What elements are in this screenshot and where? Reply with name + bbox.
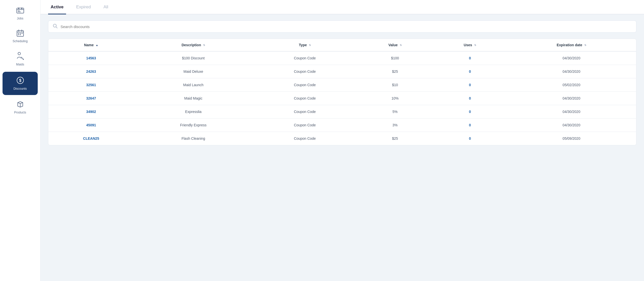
sort-icon-description — [203, 44, 205, 46]
cell-expiration: 05/02/2020 — [507, 78, 636, 92]
svg-rect-2 — [18, 8, 19, 9]
sidebar-item-label-products: Products — [14, 111, 26, 114]
cell-type: Coupon Code — [253, 78, 357, 92]
jobs-icon — [16, 7, 24, 15]
table-row: CLEAN25Flash CleaningCoupon Code$25005/0… — [48, 132, 636, 145]
svg-rect-13 — [20, 34, 21, 35]
table-row: 34902ExpressliaCoupon Code5%004/30/2020 — [48, 105, 636, 119]
col-header-value[interactable]: Value — [357, 39, 433, 51]
svg-rect-10 — [18, 33, 19, 34]
sidebar-item-label-scheduling: Scheduling — [13, 39, 28, 43]
cell-type: Coupon Code — [253, 51, 357, 65]
svg-point-15 — [18, 52, 21, 55]
table-row: 32647Maid MagicCoupon Code10%004/30/2020 — [48, 92, 636, 105]
sidebar-item-maids[interactable]: Maids — [0, 48, 40, 71]
table-row: 14563$100 DiscountCoupon Code$100004/30/… — [48, 51, 636, 65]
cell-name[interactable]: 32647 — [48, 92, 134, 105]
cell-name[interactable]: 32561 — [48, 78, 134, 92]
discounts-icon: $ — [16, 76, 24, 85]
svg-rect-12 — [18, 34, 19, 35]
cell-uses[interactable]: 0 — [433, 132, 507, 145]
products-icon — [17, 101, 24, 109]
cell-name[interactable]: 45091 — [48, 119, 134, 132]
cell-description: Maid Magic — [134, 92, 253, 105]
cell-expiration: 05/09/2020 — [507, 132, 636, 145]
col-header-expiration[interactable]: Expiration date — [507, 39, 636, 51]
cell-description: Maid Deluxe — [134, 65, 253, 78]
svg-line-22 — [56, 27, 57, 28]
cell-value: $10 — [357, 78, 433, 92]
tab-active[interactable]: Active — [48, 0, 66, 14]
cell-uses[interactable]: 0 — [433, 105, 507, 119]
cell-type: Coupon Code — [253, 65, 357, 78]
col-header-description[interactable]: Description — [134, 39, 253, 51]
cell-expiration: 04/30/2020 — [507, 119, 636, 132]
sidebar-item-label-jobs: Jobs — [17, 17, 23, 20]
cell-value: $25 — [357, 65, 433, 78]
svg-rect-5 — [18, 12, 21, 12]
svg-point-17 — [23, 59, 24, 60]
cell-uses[interactable]: 0 — [433, 92, 507, 105]
cell-name[interactable]: 24263 — [48, 65, 134, 78]
tab-all[interactable]: All — [101, 0, 111, 14]
cell-type: Coupon Code — [253, 132, 357, 145]
sidebar-item-discounts[interactable]: $ Discounts — [3, 72, 38, 95]
sidebar: Jobs Scheduling — [0, 0, 41, 281]
table-row: 32561Maid LaunchCoupon Code$10005/02/202… — [48, 78, 636, 92]
sidebar-item-scheduling[interactable]: Scheduling — [0, 25, 40, 48]
table-row: 24263Maid DeluxeCoupon Code$25004/30/202… — [48, 65, 636, 78]
search-bar — [48, 20, 636, 33]
svg-rect-11 — [20, 33, 21, 34]
cell-expiration: 04/30/2020 — [507, 65, 636, 78]
col-header-uses[interactable]: Uses — [433, 39, 507, 51]
cell-description: Friendly Express — [134, 119, 253, 132]
cell-uses[interactable]: 0 — [433, 51, 507, 65]
sort-icon-expiration — [584, 44, 586, 46]
cell-value: 5% — [357, 105, 433, 119]
cell-value: $25 — [357, 132, 433, 145]
svg-rect-3 — [21, 8, 22, 9]
sort-icon-uses — [474, 44, 476, 46]
cell-uses[interactable]: 0 — [433, 119, 507, 132]
cell-description: Expresslia — [134, 105, 253, 119]
cell-expiration: 04/30/2020 — [507, 105, 636, 119]
cell-description: Flash Cleaning — [134, 132, 253, 145]
svg-text:$: $ — [19, 78, 21, 83]
table-header-row: Name Description Type Value — [48, 39, 636, 51]
cell-value: $100 — [357, 51, 433, 65]
svg-rect-0 — [17, 8, 24, 13]
col-header-name[interactable]: Name — [48, 39, 134, 51]
cell-uses[interactable]: 0 — [433, 65, 507, 78]
tab-bar: Active Expired All — [41, 0, 644, 14]
cell-value: 3% — [357, 119, 433, 132]
col-header-type[interactable]: Type — [253, 39, 357, 51]
discounts-table: Name Description Type Value — [48, 39, 636, 145]
scheduling-icon — [17, 29, 24, 38]
cell-description: $100 Discount — [134, 51, 253, 65]
cell-name[interactable]: 14563 — [48, 51, 134, 65]
maids-icon — [17, 52, 24, 61]
cell-description: Maid Launch — [134, 78, 253, 92]
cell-name[interactable]: CLEAN25 — [48, 132, 134, 145]
sidebar-item-products[interactable]: Products — [0, 96, 40, 119]
cell-uses[interactable]: 0 — [433, 78, 507, 92]
main-content: Active Expired All Name — [41, 0, 644, 281]
sort-icon-type — [309, 44, 311, 46]
sort-icon-value — [400, 44, 402, 46]
svg-rect-14 — [22, 33, 23, 34]
cell-type: Coupon Code — [253, 105, 357, 119]
sidebar-item-jobs[interactable]: Jobs — [0, 3, 40, 25]
svg-line-16 — [21, 57, 23, 59]
search-input[interactable] — [61, 25, 632, 29]
cell-value: 10% — [357, 92, 433, 105]
sidebar-item-label-discounts: Discounts — [13, 87, 27, 90]
tab-expired[interactable]: Expired — [74, 0, 93, 14]
cell-name[interactable]: 34902 — [48, 105, 134, 119]
sidebar-item-label-maids: Maids — [16, 63, 24, 66]
cell-expiration: 04/30/2020 — [507, 92, 636, 105]
search-icon — [53, 24, 57, 29]
cell-type: Coupon Code — [253, 119, 357, 132]
sort-icon-name — [96, 44, 98, 46]
cell-type: Coupon Code — [253, 92, 357, 105]
cell-expiration: 04/30/2020 — [507, 51, 636, 65]
